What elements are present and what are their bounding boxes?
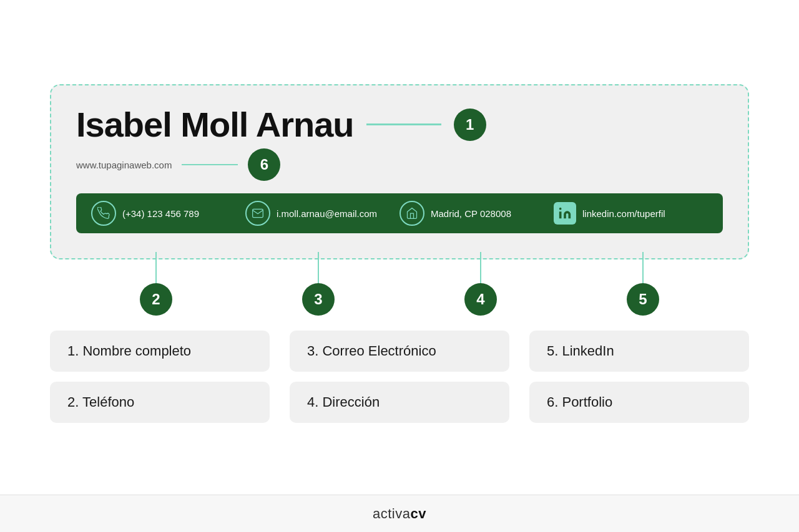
cv-card: Isabel Moll Arnau 1 www.tupaginaweb.com … (50, 84, 749, 260)
badge-2: 2 (140, 283, 172, 316)
label-portfolio: 6. Portfolio (529, 382, 749, 423)
footer-brand: activacv (373, 506, 426, 522)
cv-header: Isabel Moll Arnau 1 (76, 105, 723, 144)
phone-icon (97, 207, 110, 220)
contact-bar: (+34) 123 456 789 i.moll.arnau@email.com (76, 193, 723, 233)
home-icon (406, 207, 418, 220)
badge-6: 6 (248, 148, 280, 181)
footer: activacv (0, 495, 799, 532)
phone-text: (+34) 123 456 789 (122, 208, 199, 219)
connector-address: 4 (464, 252, 497, 316)
badge-4: 4 (464, 283, 497, 316)
email-icon-circle (245, 201, 270, 226)
contact-item-phone: (+34) 123 456 789 (91, 201, 245, 226)
phone-icon-circle (91, 201, 116, 226)
home-icon-circle (400, 201, 424, 226)
label-telefono: 2. Teléfono (50, 382, 270, 423)
website-row: www.tupaginaweb.com 6 (76, 148, 723, 181)
contact-item-linkedin: linkedin.com/tuperfil (554, 202, 708, 225)
label-direccion: 4. Dirección (290, 382, 509, 423)
contact-item-email: i.moll.arnau@email.com (245, 201, 400, 226)
contact-item-address: Madrid, CP 028008 (400, 201, 554, 226)
linkedin-icon (558, 206, 572, 220)
label-nombre: 1. Nombre completo (50, 331, 270, 372)
connector-line-address (480, 252, 481, 283)
linkedin-text: linkedin.com/tuperfil (582, 208, 665, 219)
brand-bold: cv (411, 506, 426, 521)
connector-phone: 2 (140, 252, 172, 316)
linkedin-icon-circle (554, 202, 576, 225)
badge-1: 1 (454, 109, 486, 141)
svg-rect-0 (559, 212, 562, 219)
website-line-decoration (182, 164, 238, 165)
address-text: Madrid, CP 028008 (431, 208, 511, 219)
email-text: i.moll.arnau@email.com (277, 208, 377, 219)
name-line-decoration (366, 123, 441, 125)
connector-line-email (318, 252, 319, 283)
label-linkedin: 5. LinkedIn (529, 331, 749, 372)
email-icon (252, 207, 264, 220)
label-correo: 3. Correo Electrónico (290, 331, 509, 372)
connector-line-linkedin (642, 252, 644, 283)
cv-name: Isabel Moll Arnau (76, 105, 354, 144)
labels-grid: 1. Nombre completo 3. Correo Electrónico… (50, 331, 749, 423)
svg-point-1 (559, 208, 562, 210)
connector-linkedin: 5 (627, 252, 659, 316)
connector-email: 3 (302, 252, 335, 316)
brand-start: activa (373, 506, 410, 521)
connector-line-phone (155, 252, 157, 283)
badge-3: 3 (302, 283, 335, 316)
connector-area: 2 3 4 5 (50, 259, 749, 316)
badge-5: 5 (627, 283, 659, 316)
cv-website: www.tupaginaweb.com (76, 160, 172, 170)
